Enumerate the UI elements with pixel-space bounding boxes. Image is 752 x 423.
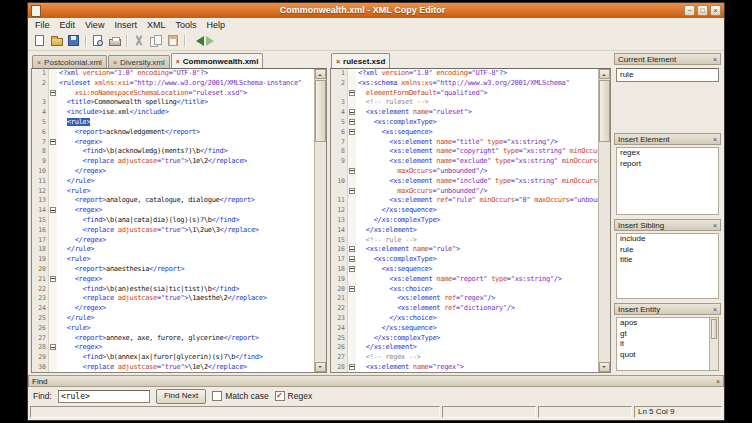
code-line[interactable]: 8 <find>\b(acknowledg)(ments?)\b</find> <box>32 147 314 157</box>
tab-commonwealth-xml[interactable]: × Commonwealth.xml <box>171 53 264 68</box>
fold-toggle-icon[interactable] <box>349 119 355 125</box>
new-icon[interactable] <box>31 33 48 49</box>
checkbox-icon[interactable] <box>212 391 222 401</box>
code-line[interactable]: 7 <xs:element name="title" type="xs:stri… <box>331 138 598 148</box>
code-line[interactable]: 21 <xs:element ref="regex"/> <box>331 294 598 304</box>
cut-icon[interactable] <box>130 33 147 49</box>
checkbox-checked-icon[interactable]: ✓ <box>275 391 285 401</box>
close-icon[interactable]: × <box>716 378 720 385</box>
code-line[interactable]: 8 <xs:element name="copyright" type="xs:… <box>331 147 598 157</box>
code-line[interactable]: 11 </rule> <box>32 177 314 187</box>
find-next-button[interactable]: Find Next <box>156 389 206 404</box>
fold-toggle-icon[interactable] <box>349 246 355 252</box>
fold-toggle-icon[interactable] <box>50 344 56 350</box>
scroll-thumb[interactable] <box>315 80 326 142</box>
code-line[interactable]: 13 <report>analogue, catalogue, dialogue… <box>32 196 314 206</box>
find-input[interactable]: <rule> <box>58 390 150 403</box>
code-line[interactable]: 2<xs:schema xmlns:xs="http://www.w3.org/… <box>331 79 598 89</box>
scroll-down-icon[interactable] <box>315 362 326 372</box>
code-line[interactable]: 20 <xs:choice> <box>331 285 598 295</box>
list-item[interactable]: include <box>617 234 718 245</box>
menu-view[interactable]: View <box>80 20 109 30</box>
preview-icon[interactable] <box>89 33 106 49</box>
code-line[interactable]: 15 <find>\b(ana|cata|dia)(log)(s)?\b</fi… <box>32 216 314 226</box>
match-case-checkbox[interactable]: Match case <box>212 391 268 401</box>
code-line[interactable]: 16 <xs:element name="rule"> <box>331 245 598 255</box>
scroll-down-icon[interactable] <box>599 362 610 372</box>
fold-toggle-icon[interactable] <box>349 168 355 174</box>
menu-help[interactable]: Help <box>201 20 230 30</box>
tab-ruleset-xsd[interactable]: × ruleset.xsd <box>331 53 390 68</box>
code-line[interactable]: 30 <replace adjustcase="true">\1e\2</rep… <box>32 363 314 372</box>
code-line[interactable]: 19 <xs:element name="report" type="xs:st… <box>331 275 598 285</box>
code-line[interactable]: 27 <report>annexe, axe, furore, glycerin… <box>32 334 314 344</box>
code-line[interactable]: 23 </xs:choice> <box>331 314 598 324</box>
list-item[interactable]: rule <box>617 245 718 256</box>
code-line[interactable]: 17 </regex> <box>32 236 314 246</box>
code-line[interactable]: 4 <xs:element name="ruleset"> <box>331 108 598 118</box>
code-line[interactable]: 10 </regex> <box>32 167 314 177</box>
list-item[interactable]: title <box>617 255 718 266</box>
list-item[interactable]: quot <box>617 350 718 361</box>
code-line[interactable]: 26 </xs:element> <box>331 343 598 353</box>
code-line[interactable]: 2<ruleset xmlns:xsi="http://www.w3.org/2… <box>32 79 314 89</box>
code-line[interactable]: 21 <regex> <box>32 275 314 285</box>
code-line[interactable]: 5 <xs:complexType> <box>331 118 598 128</box>
tab-close-icon[interactable]: × <box>113 59 117 66</box>
code-line[interactable]: 16 <replace adjustcase="true">\1\2ue\3</… <box>32 226 314 236</box>
list-item[interactable]: apos <box>617 318 718 329</box>
code-line[interactable]: 14 <regex> <box>32 206 314 216</box>
close-button[interactable]: × <box>710 5 721 16</box>
code-editor-commonwealth[interactable]: 1<?xml version="1.0" encoding="UTF-8"?>2… <box>31 68 327 373</box>
code-line[interactable]: 7 <regex> <box>32 138 314 148</box>
tab-close-icon[interactable]: × <box>336 58 340 65</box>
list-item[interactable]: gt <box>617 329 718 340</box>
fold-toggle-icon[interactable] <box>349 109 355 115</box>
tab-diversity-xml[interactable]: × Diversity.xml <box>108 55 170 68</box>
code-line[interactable]: 6 <xs:sequence> <box>331 128 598 138</box>
code-line[interactable]: 1<?xml version="1.0" encoding="UTF-8"?> <box>331 69 598 79</box>
code-line[interactable]: 23 <replace adjustcase="true">\1aesthe\2… <box>32 294 314 304</box>
fold-toggle-icon[interactable] <box>50 139 56 145</box>
code-line[interactable]: 9 <xs:element name="exclude" type="xs:st… <box>331 157 598 167</box>
code-line[interactable]: 18 </rule> <box>32 245 314 255</box>
vertical-scrollbar[interactable] <box>709 318 718 370</box>
tab-close-icon[interactable]: × <box>176 58 180 65</box>
fold-toggle-icon[interactable] <box>349 90 355 96</box>
code-line[interactable]: 11 <xs:element ref="rule" minOccurs="0" … <box>331 196 598 206</box>
code-line[interactable]: 5 <rule> <box>32 118 314 128</box>
menu-edit[interactable]: Edit <box>55 20 81 30</box>
fold-toggle-icon[interactable] <box>349 256 355 262</box>
code-line[interactable]: maxOccurs="unbounded"/> <box>331 167 598 177</box>
menu-file[interactable]: File <box>30 20 55 30</box>
fold-toggle-icon[interactable] <box>50 207 56 213</box>
vertical-scrollbar[interactable] <box>598 69 610 372</box>
code-line[interactable]: 25 </xs:complexType> <box>331 334 598 344</box>
code-line[interactable]: 28 <regex> <box>32 343 314 353</box>
list-item[interactable]: regex <box>617 148 718 159</box>
save-icon[interactable] <box>65 33 82 49</box>
tab-close-icon[interactable]: × <box>37 59 41 66</box>
menu-insert[interactable]: Insert <box>109 20 142 30</box>
code-line[interactable]: 29 <find>\b(annex|ax|furor|glycerin)(s)?… <box>32 353 314 363</box>
code-line[interactable]: 25 </rule> <box>32 314 314 324</box>
code-line[interactable]: 17 <xs:complexType> <box>331 255 598 265</box>
code-line[interactable]: 13 </xs:complexType> <box>331 216 598 226</box>
code-line[interactable]: 26 <rule> <box>32 324 314 334</box>
scroll-up-icon[interactable] <box>315 69 326 79</box>
close-icon[interactable]: × <box>713 136 717 143</box>
code-line[interactable]: 20 <report>anaesthesia</report> <box>32 265 314 275</box>
code-line[interactable]: 3 <!-- ruleset --> <box>331 98 598 108</box>
menu-xml[interactable]: XML <box>142 20 171 30</box>
code-line[interactable]: 24 </regex> <box>32 304 314 314</box>
code-line[interactable]: 1<?xml version="1.0" encoding="UTF-8"?> <box>32 69 314 79</box>
titlebar[interactable]: Commonwealth.xml - XML Copy Editor −□× <box>28 3 724 18</box>
vertical-scrollbar[interactable] <box>314 69 326 372</box>
close-icon[interactable]: × <box>713 56 717 63</box>
scroll-thumb[interactable] <box>711 319 717 339</box>
code-line[interactable]: 22 <find>\b(an)esthe(sia|tic|tist)\b</fi… <box>32 285 314 295</box>
code-line[interactable]: elementFormDefault="qualified"> <box>331 89 598 99</box>
code-line[interactable]: 4 <include>ise.xml</include> <box>32 108 314 118</box>
scroll-track[interactable] <box>315 143 326 362</box>
code-line[interactable]: 22 <xs:element ref="dictionary"/> <box>331 304 598 314</box>
